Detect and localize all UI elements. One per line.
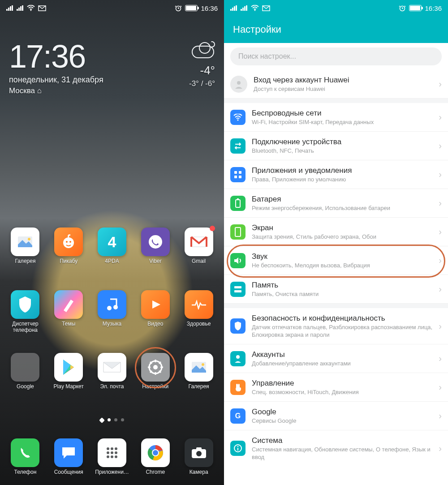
app-play-store[interactable]: Play Маркет bbox=[47, 353, 90, 396]
item-батарея[interactable]: БатареяРежим энергосбережения, Использов… bbox=[224, 189, 448, 218]
city-label: Москва ⌂ bbox=[9, 86, 103, 95]
app-row-3: Google Play Маркет Эл. почта Настройки Г… bbox=[0, 353, 224, 396]
item-подключение-устройства[interactable]: Подключение устройстваBluetooth, NFC, Пе… bbox=[224, 132, 448, 160]
app-gallery[interactable]: Галерея bbox=[4, 227, 47, 270]
chevron-icon: › bbox=[439, 227, 442, 237]
settings-list: Вход через аккаунт HuaweiДоступ к сервис… bbox=[224, 70, 448, 466]
svg-point-54 bbox=[236, 355, 240, 359]
chevron-icon: › bbox=[439, 169, 442, 180]
svg-point-30 bbox=[115, 451, 117, 454]
svg-point-40 bbox=[254, 10, 256, 11]
app-google-folder[interactable]: Google bbox=[4, 353, 47, 396]
home-screen: 16:36 17:36 понедельник, 31 декабря Моск… bbox=[0, 0, 224, 485]
svg-point-26 bbox=[111, 447, 113, 450]
signal-icon bbox=[230, 5, 237, 11]
dock-apps[interactable]: Приложени… bbox=[90, 438, 134, 481]
dock-phone[interactable]: Телефон bbox=[4, 438, 47, 481]
app-gallery-2[interactable]: Галерея bbox=[177, 353, 220, 396]
item-huawei-account[interactable]: Вход через аккаунт HuaweiДоступ к сервис… bbox=[224, 70, 448, 99]
signal-icon-2 bbox=[17, 5, 24, 11]
weather-icon bbox=[190, 42, 215, 58]
alarm-icon bbox=[175, 4, 182, 12]
svg-point-28 bbox=[107, 451, 109, 454]
svg-rect-48 bbox=[239, 176, 241, 178]
svg-point-44 bbox=[237, 119, 238, 120]
chevron-icon: › bbox=[439, 382, 442, 392]
app-themes[interactable]: Темы bbox=[47, 290, 90, 333]
item-приложения-и-уведомления[interactable]: Приложения и уведомленияПрава, Приложени… bbox=[224, 160, 448, 189]
item-управление[interactable]: УправлениеСпец. возможности, HiTouch, Дв… bbox=[224, 373, 448, 402]
svg-rect-49 bbox=[236, 200, 240, 207]
item-безопасность-и-конфиденциальность[interactable]: Безопасность и конфиденциальностьДатчик … bbox=[224, 308, 448, 344]
app-email[interactable]: Эл. почта bbox=[90, 353, 134, 396]
svg-point-0 bbox=[30, 10, 32, 11]
status-bar: 16:36 bbox=[0, 0, 224, 16]
app-viber[interactable]: Viber bbox=[134, 227, 177, 270]
item-система[interactable]: СистемаСистемная навигация, Обновление с… bbox=[224, 430, 448, 466]
item-память[interactable]: ПамятьПамять, Очистка памяти› bbox=[224, 275, 448, 304]
screen-icon bbox=[230, 224, 246, 240]
app-settings[interactable]: Настройки bbox=[134, 353, 177, 396]
shield-icon bbox=[230, 318, 246, 334]
svg-point-32 bbox=[111, 455, 113, 458]
app-health[interactable]: Здоровье bbox=[177, 290, 220, 333]
svg-point-36 bbox=[153, 450, 158, 455]
chevron-icon: › bbox=[439, 112, 442, 122]
item-экран[interactable]: ЭкранЗащита зрения, Стиль рабочего экран… bbox=[224, 218, 448, 246]
dock-camera[interactable]: Камера bbox=[177, 438, 220, 481]
batt-icon bbox=[230, 196, 246, 211]
clock-weather-widget[interactable]: 17:36 понедельник, 31 декабря Москва ⌂ -… bbox=[9, 40, 215, 95]
svg-point-24 bbox=[202, 363, 204, 366]
svg-point-5 bbox=[28, 238, 30, 240]
svg-point-11 bbox=[113, 305, 118, 309]
mail-icon bbox=[262, 5, 270, 11]
app-music[interactable]: Музыка bbox=[90, 290, 134, 333]
wifi-icon bbox=[27, 5, 35, 11]
app-gmail[interactable]: Gmail bbox=[177, 227, 220, 270]
avatar-icon bbox=[230, 76, 247, 93]
item-google[interactable]: GGoogleСервисы Google› bbox=[224, 402, 448, 430]
search-input[interactable]: Поиск настроек... bbox=[230, 47, 442, 65]
svg-point-57 bbox=[237, 446, 239, 447]
battery-icon bbox=[185, 5, 198, 11]
chevron-icon: › bbox=[439, 411, 442, 421]
dock: Телефон Сообщения Приложени… Chrome Каме… bbox=[0, 438, 224, 481]
item-звук[interactable]: ЗвукНе беспокоить, Мелодия вызова, Вибра… bbox=[224, 246, 448, 275]
signal-icon-2 bbox=[241, 5, 248, 11]
dock-messages[interactable]: Сообщения bbox=[47, 438, 90, 481]
app-video[interactable]: Видео bbox=[134, 290, 177, 333]
chevron-icon: › bbox=[439, 284, 442, 294]
date-line: понедельник, 31 декабря bbox=[9, 75, 103, 85]
settings-header: Настройки bbox=[224, 16, 448, 43]
app-4pda[interactable]: 44PDA bbox=[90, 227, 134, 270]
svg-point-25 bbox=[107, 447, 109, 450]
swap-icon bbox=[230, 138, 246, 154]
temp-now: -4° bbox=[189, 64, 215, 77]
chevron-icon: › bbox=[439, 321, 442, 331]
g-icon: G bbox=[230, 408, 246, 424]
search-placeholder: Поиск настроек... bbox=[238, 52, 296, 60]
page-indicator bbox=[0, 418, 224, 422]
storage-icon bbox=[230, 282, 246, 297]
svg-text:G: G bbox=[235, 412, 241, 420]
svg-rect-38 bbox=[196, 447, 202, 450]
svg-point-7 bbox=[66, 241, 68, 243]
sound-icon bbox=[230, 253, 246, 268]
svg-rect-46 bbox=[239, 171, 241, 174]
chevron-icon: › bbox=[439, 79, 442, 89]
svg-point-6 bbox=[63, 237, 74, 248]
app-phone-manager[interactable]: Диспетчер телефона bbox=[4, 290, 47, 333]
info-icon bbox=[230, 441, 246, 456]
svg-rect-58 bbox=[237, 448, 238, 451]
svg-point-13 bbox=[153, 365, 158, 369]
app-pikabu[interactable]: Пикабу bbox=[47, 227, 90, 270]
svg-rect-45 bbox=[234, 171, 237, 174]
chevron-icon: › bbox=[439, 198, 442, 208]
item-беспроводные-сети[interactable]: Беспроводные сетиWi-Fi, Настройки SIM-ка… bbox=[224, 103, 448, 132]
chevron-icon: › bbox=[439, 255, 442, 266]
item-аккаунты[interactable]: АккаунтыДобавление/управление аккаунтами… bbox=[224, 344, 448, 373]
app-row-1: Галерея Пикабу 44PDA Viber Gmail bbox=[0, 227, 224, 270]
dock-chrome[interactable]: Chrome bbox=[134, 438, 177, 481]
svg-point-43 bbox=[237, 81, 241, 85]
svg-rect-51 bbox=[235, 227, 241, 236]
